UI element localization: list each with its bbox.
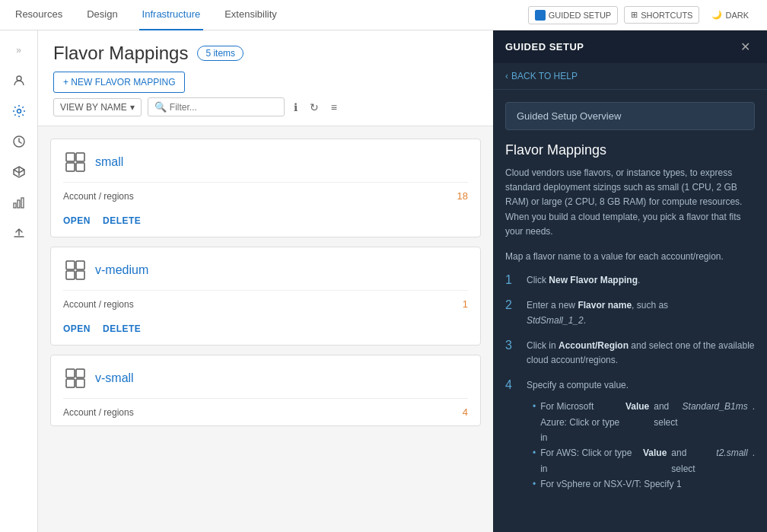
sidebar-icon-cube[interactable] — [5, 158, 33, 186]
flavor-meta-value-vmedium: 1 — [463, 298, 468, 310]
flavor-meta-value-small: 18 — [457, 190, 468, 202]
svg-rect-9 — [76, 163, 84, 171]
main-layout: » — [0, 30, 767, 532]
back-to-help-label: BACK TO HELP — [511, 71, 578, 81]
flavor-card-small: small Account / regions 18 OPEN DELETE — [50, 139, 481, 237]
dark-mode-button[interactable]: 🌙 DARK — [705, 7, 755, 23]
step-4-text: Specify a compute value. For Microsoft A… — [527, 378, 755, 492]
flavor-icon-small — [63, 150, 88, 174]
svg-rect-6 — [66, 153, 75, 161]
guided-content: Guided Setup Overview Flavor Mappings Cl… — [493, 90, 767, 532]
step-2: 2 Enter a new Flavor name, such asStdSma… — [505, 298, 755, 327]
flavor-name-small[interactable]: small — [95, 155, 123, 169]
flavor-card-vmedium: v-medium Account / regions 1 OPEN DELETE — [50, 247, 481, 346]
page-header: Flavor Mappings 5 items + NEW FLAVOR MAP… — [38, 30, 493, 126]
svg-rect-12 — [66, 271, 75, 279]
new-flavor-mapping-button[interactable]: + NEW FLAVOR MAPPING — [53, 72, 185, 93]
sidebar-expand-button[interactable]: » — [5, 37, 33, 64]
step-1-number: 1 — [505, 273, 519, 288]
page-title: Flavor Mappings — [53, 43, 188, 64]
svg-rect-5 — [21, 198, 24, 208]
step-1: 1 Click New Flavor Mapping. — [505, 273, 755, 288]
flavor-actions-small: OPEN DELETE — [51, 209, 480, 237]
filter-input[interactable] — [170, 102, 276, 113]
guided-section-title: Flavor Mappings — [505, 142, 755, 158]
flavor-meta-value-vsmall: 4 — [463, 406, 468, 418]
flavor-name-vmedium[interactable]: v-medium — [95, 263, 148, 277]
flavor-icon-vsmall — [63, 366, 88, 390]
flavor-card-header-small: small — [51, 139, 480, 182]
sidebar-icon-clock[interactable] — [5, 128, 33, 155]
top-navigation: Resources Design Infrastructure Extensib… — [0, 0, 767, 30]
svg-rect-13 — [76, 271, 84, 279]
bullet-vsphere: For vSphere or NSX-V/T: Specify 1 — [533, 476, 755, 492]
delete-small-button[interactable]: DELETE — [103, 215, 141, 226]
back-arrow-icon: ‹ — [505, 71, 508, 81]
sidebar: » — [0, 30, 38, 532]
flavor-meta-label-vmedium: Account / regions — [63, 299, 134, 310]
flavor-meta-small: Account / regions 18 — [51, 183, 480, 209]
sidebar-icon-chart[interactable] — [5, 189, 33, 216]
flavor-actions-vmedium: OPEN DELETE — [51, 317, 480, 345]
content-area: Flavor Mappings 5 items + NEW FLAVOR MAP… — [38, 30, 493, 532]
step-2-text: Enter a new Flavor name, such asStdSmall… — [527, 298, 668, 327]
step-4-bullets: For Microsoft Azure: Click or type in Va… — [527, 399, 755, 492]
toolbar: VIEW BY NAME ▾ 🔍 ℹ ↻ ≡ — [53, 93, 478, 119]
svg-rect-8 — [66, 163, 75, 171]
sidebar-icon-users[interactable] — [5, 67, 33, 94]
guided-panel-title: GUIDED SETUP — [505, 41, 584, 53]
guided-panel-header: GUIDED SETUP ✕ — [493, 30, 767, 63]
step-4: 4 Specify a compute value. For Microsoft… — [505, 378, 755, 492]
flavor-card-vsmall: v-small Account / regions 4 — [50, 355, 481, 426]
svg-rect-16 — [66, 379, 75, 387]
step-1-text: Click New Flavor Mapping. — [527, 273, 640, 288]
chevron-down-icon: ▾ — [130, 102, 135, 113]
guided-overview-button[interactable]: Guided Setup Overview — [505, 102, 755, 130]
step-2-number: 2 — [505, 298, 519, 327]
sidebar-icon-upload[interactable] — [5, 219, 33, 247]
flavor-meta-label-vsmall: Account / regions — [63, 407, 134, 418]
flavor-name-vsmall[interactable]: v-small — [95, 371, 134, 385]
svg-rect-14 — [66, 369, 75, 377]
flavor-icon-vmedium — [63, 258, 88, 282]
bullet-azure: For Microsoft Azure: Click or type in Va… — [533, 399, 755, 445]
svg-rect-11 — [76, 261, 84, 269]
step-4-number: 4 — [505, 378, 519, 492]
shortcuts-button[interactable]: ⊞ SHORTCUTS — [624, 6, 699, 24]
step-3-number: 3 — [505, 339, 519, 368]
open-small-button[interactable]: OPEN — [63, 215, 91, 226]
guided-setup-button[interactable]: GUIDED SETUP — [528, 6, 619, 24]
nav-infrastructure[interactable]: Infrastructure — [139, 0, 204, 30]
svg-point-0 — [17, 76, 21, 81]
svg-rect-10 — [66, 261, 75, 269]
nav-design[interactable]: Design — [84, 0, 120, 30]
info-icon[interactable]: ℹ — [291, 98, 301, 116]
flavor-card-header-vmedium: v-medium — [51, 247, 480, 290]
close-guided-panel-button[interactable]: ✕ — [736, 38, 755, 56]
flavor-meta-vsmall: Account / regions 4 — [51, 399, 480, 425]
step-3-text: Click in Account/Region and select one o… — [527, 339, 755, 368]
refresh-icon[interactable]: ↻ — [307, 98, 322, 116]
page-title-row: Flavor Mappings 5 items — [53, 43, 478, 64]
svg-rect-15 — [76, 369, 84, 377]
list-view-icon[interactable]: ≡ — [328, 98, 340, 116]
top-nav-right: GUIDED SETUP ⊞ SHORTCUTS 🌙 DARK — [528, 6, 755, 24]
guided-description: Cloud vendors use flavors, or instance t… — [505, 166, 755, 239]
delete-vmedium-button[interactable]: DELETE — [103, 323, 141, 334]
svg-rect-4 — [18, 200, 20, 208]
svg-point-1 — [17, 110, 21, 113]
nav-resources[interactable]: Resources — [12, 0, 65, 30]
guided-setup-icon — [535, 10, 546, 21]
guided-panel: GUIDED SETUP ✕ ‹ BACK TO HELP Guided Set… — [493, 30, 767, 532]
nav-extensibility[interactable]: Extensibility — [221, 0, 280, 30]
sidebar-icon-settings[interactable] — [5, 97, 33, 125]
svg-rect-3 — [14, 203, 16, 208]
svg-rect-17 — [76, 379, 84, 387]
view-by-button[interactable]: VIEW BY NAME ▾ — [53, 98, 142, 116]
flavor-card-header-vsmall: v-small — [51, 355, 480, 398]
guided-sub-description: Map a flavor name to a value for each ac… — [505, 250, 755, 264]
step-3: 3 Click in Account/Region and select one… — [505, 339, 755, 368]
open-vmedium-button[interactable]: OPEN — [63, 323, 91, 334]
flavor-meta-label-small: Account / regions — [63, 191, 134, 202]
back-to-help-button[interactable]: ‹ BACK TO HELP — [493, 63, 767, 90]
